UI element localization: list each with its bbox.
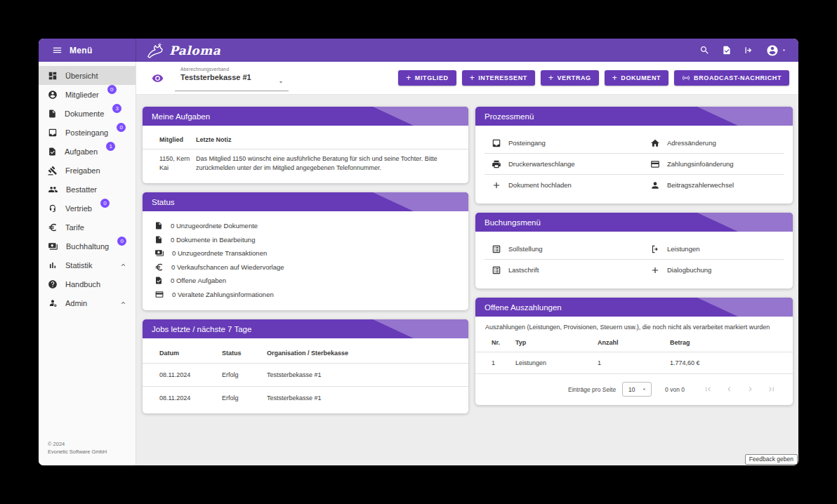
status-item[interactable]: 0 Unzugeordnete Transaktionen xyxy=(154,246,468,260)
sidebar-item-buchhaltung[interactable]: Buchhaltung0 xyxy=(39,237,136,256)
payments-icon xyxy=(48,241,58,251)
sidebar-item-mitglieder[interactable]: Mitglieder0 xyxy=(39,85,136,104)
status-item[interactable]: 0 Verkaufschancen auf Wiedervorlage xyxy=(154,260,468,274)
jobs-table: Datum Status Organisation / Sterbekasse … xyxy=(143,343,468,409)
prev-page-icon[interactable] xyxy=(725,385,734,394)
sidebar-item-label: Übersicht xyxy=(65,72,98,80)
column-header: Anzahl xyxy=(598,333,670,352)
status-item[interactable]: 0 Veraltete Zahlungsinformationen xyxy=(154,288,468,302)
last-page-icon[interactable] xyxy=(767,385,776,394)
help-icon xyxy=(48,279,58,289)
sidebar-item-label: Posteingang xyxy=(65,128,108,137)
card-header: Prozessmenü xyxy=(475,107,793,126)
sidebar-item-label: Aufgaben xyxy=(65,147,98,156)
card-prozessmenu: Prozessmenü Posteingang Adres xyxy=(475,107,793,204)
menu-item-sollstellung[interactable]: Sollstellung xyxy=(475,239,634,259)
document-icon xyxy=(154,235,163,244)
card-title: Buchungsmenü xyxy=(485,218,541,227)
card-header: Buchungsmenü xyxy=(475,213,793,232)
aufgaben-table: Mitglied Letzte Notiz 1150, Kern Kai Das… xyxy=(143,130,468,179)
logout-icon[interactable] xyxy=(744,45,754,55)
add-vertrag-button[interactable]: +VERTRAG xyxy=(541,70,599,86)
eye-icon[interactable] xyxy=(152,72,164,84)
sidebar-item-posteingang[interactable]: Posteingang0 xyxy=(39,123,136,142)
credit-card-icon xyxy=(650,159,660,169)
sidebar-item-bestatter[interactable]: Bestatter xyxy=(39,180,136,199)
add-interessent-button[interactable]: +INTERESSENT xyxy=(462,70,535,86)
add-dokument-button[interactable]: +DOKUMENT xyxy=(605,70,668,86)
sidebar-item-uebersicht[interactable]: Übersicht xyxy=(39,66,136,85)
dashboard-content: Meine Aufgaben Mitglied Letzte Notiz 115… xyxy=(136,95,798,465)
table-row[interactable]: 08.11.2024 Erfolg Teststerbekasse #1 xyxy=(143,387,468,410)
sidebar-item-tarife[interactable]: Tarife xyxy=(39,218,136,237)
menu-item-dialogbuchung[interactable]: Dialogbuchung xyxy=(634,260,793,280)
menu-item-lastschrift[interactable]: Lastschrift xyxy=(475,260,634,280)
person-icon xyxy=(650,180,660,190)
sidebar-item-handbuch[interactable]: Handbuch xyxy=(39,274,136,293)
status-item[interactable]: 0 Dokumente in Bearbeitung xyxy=(154,233,468,247)
menu-button-label: Menü xyxy=(70,46,93,55)
card-title: Prozessmenü xyxy=(485,112,534,121)
next-page-icon[interactable] xyxy=(746,385,755,394)
cell-typ: Leistungen xyxy=(515,352,598,373)
auszahlungen-table: Nr. Typ Anzahl Betrag 1 Leistungen 1 1.7 xyxy=(475,333,793,374)
card-meine-aufgaben: Meine Aufgaben Mitglied Letzte Notiz 115… xyxy=(143,107,468,183)
cell-anzahl: 1 xyxy=(598,352,670,373)
toolbar: Aberechnungsverband Teststerbekasse #1 +… xyxy=(136,62,798,95)
cell-organisation: Teststerbekasse #1 xyxy=(267,364,468,387)
headset-icon xyxy=(48,204,58,213)
menu-item-zahlungsinfoaenderung[interactable]: Zahlungsinfoänderung xyxy=(634,154,793,174)
abrechnungsverband-select[interactable]: Aberechnungsverband Teststerbekasse #1 xyxy=(175,65,289,91)
chevron-up-icon[interactable] xyxy=(119,259,127,272)
list-box-icon xyxy=(492,244,501,254)
column-header: Status xyxy=(222,343,267,364)
cell-betrag: 1.774,60 € xyxy=(670,352,793,373)
dove-logo-icon xyxy=(145,42,164,59)
sidebar-item-label: Tarife xyxy=(65,223,84,232)
feedback-button[interactable]: Feedback geben xyxy=(745,454,798,465)
cell-organisation: Teststerbekasse #1 xyxy=(267,387,468,410)
menu-item-adressaenderung[interactable]: Adressänderung xyxy=(634,133,793,153)
card-title: Offene Auszahlungen xyxy=(485,303,562,312)
status-item[interactable]: 0 Unzugeordnete Dokumente xyxy=(154,219,468,233)
table-row[interactable]: 1 Leistungen 1 1.774,60 € xyxy=(475,352,793,373)
table-row[interactable]: 08.11.2024 Erfolg Teststerbekasse #1 xyxy=(143,364,468,387)
table-row[interactable]: 1150, Kern Kai Das Mitglied 1150 wünscht… xyxy=(143,150,468,180)
plus-icon xyxy=(650,265,660,275)
buchungs-menu: Sollstellung Leistungen xyxy=(475,232,793,289)
exit-arrow-icon xyxy=(650,244,660,254)
plus-icon: + xyxy=(612,74,618,82)
sidebar-item-vertrieb[interactable]: Vertrieb0 xyxy=(39,199,136,218)
add-mitglied-button[interactable]: +MITGLIED xyxy=(398,70,456,86)
menu-button[interactable]: Menü xyxy=(39,39,136,62)
menu-item-leistungen[interactable]: Leistungen xyxy=(634,239,793,259)
badge: 3 xyxy=(112,104,121,113)
first-page-icon[interactable] xyxy=(704,385,713,394)
sidebar-item-admin[interactable]: Admin xyxy=(39,293,136,312)
menu-item-beitragszahlerwechsel[interactable]: Beitragszahlerwechsel xyxy=(634,175,793,195)
document-icon xyxy=(48,109,57,119)
chevron-up-icon[interactable] xyxy=(119,297,127,310)
inbox-icon xyxy=(48,128,58,138)
sidebar-item-freigaben[interactable]: Freigaben xyxy=(39,161,136,180)
page-size-select[interactable]: 10 xyxy=(622,382,652,397)
cell-status: Erfolg xyxy=(222,387,267,410)
status-item[interactable]: 0 Offene Aufgaben xyxy=(154,274,468,288)
select-label: Aberechnungsverband xyxy=(180,67,289,72)
sidebar-item-dokumente[interactable]: Dokumente3 xyxy=(39,104,136,123)
user-menu[interactable] xyxy=(766,44,787,57)
broadcast-button[interactable]: BROADCAST-NACHRICHT xyxy=(674,70,789,86)
account-circle-icon xyxy=(48,90,58,100)
task-document-icon[interactable] xyxy=(722,45,732,55)
group-icon xyxy=(48,185,58,194)
dashboard-icon xyxy=(48,71,58,81)
hamburger-icon xyxy=(52,45,62,55)
card-title: Meine Aufgaben xyxy=(152,112,210,121)
menu-item-druckerwarteschlange[interactable]: Druckerwarteschlange xyxy=(475,154,634,174)
plus-icon: + xyxy=(470,74,475,82)
menu-item-posteingang[interactable]: Posteingang xyxy=(475,133,634,153)
menu-item-dokument-hochladen[interactable]: Dokument hochladen xyxy=(475,175,634,195)
search-icon[interactable] xyxy=(699,45,710,55)
sidebar-item-aufgaben[interactable]: Aufgaben1 xyxy=(39,142,136,161)
sidebar-item-statistik[interactable]: Statistik xyxy=(39,256,136,274)
